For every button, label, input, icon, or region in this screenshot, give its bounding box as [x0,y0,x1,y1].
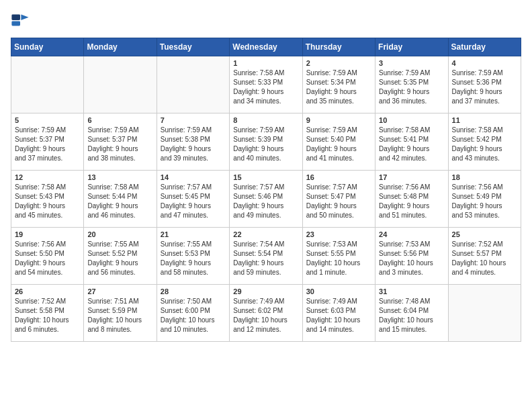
day-info: Sunrise: 7:59 AM Sunset: 5:38 PM Dayligh… [161,126,226,163]
calendar-cell [448,285,521,342]
calendar-cell: 5Sunrise: 7:59 AM Sunset: 5:37 PM Daylig… [11,113,84,171]
day-info: Sunrise: 7:57 AM Sunset: 5:47 PM Dayligh… [306,183,371,220]
day-number: 14 [161,173,226,181]
day-number: 31 [379,287,444,295]
calendar-cell: 26Sunrise: 7:52 AM Sunset: 5:58 PM Dayli… [11,285,84,342]
day-number: 11 [452,116,517,124]
day-number: 9 [306,116,371,124]
day-number: 26 [15,287,80,295]
day-info: Sunrise: 7:59 AM Sunset: 5:34 PM Dayligh… [306,68,371,106]
calendar-cell: 4Sunrise: 7:59 AM Sunset: 5:36 PM Daylig… [448,56,521,113]
day-info: Sunrise: 7:55 AM Sunset: 5:52 PM Dayligh… [87,240,152,277]
svg-marker-2 [21,15,28,20]
svg-rect-1 [11,21,20,26]
day-number: 10 [379,116,444,124]
week-row-4: 19Sunrise: 7:56 AM Sunset: 5:50 PM Dayli… [11,228,521,285]
calendar-cell: 14Sunrise: 7:57 AM Sunset: 5:45 PM Dayli… [157,171,229,228]
calendar-cell: 13Sunrise: 7:58 AM Sunset: 5:44 PM Dayli… [84,171,157,228]
calendar-cell: 29Sunrise: 7:49 AM Sunset: 6:02 PM Dayli… [230,285,302,342]
col-header-friday: Friday [375,38,448,56]
calendar-cell: 11Sunrise: 7:58 AM Sunset: 5:42 PM Dayli… [448,113,521,171]
day-number: 27 [87,287,152,295]
day-info: Sunrise: 7:54 AM Sunset: 5:54 PM Dayligh… [233,240,298,277]
calendar-cell: 31Sunrise: 7:48 AM Sunset: 6:04 PM Dayli… [375,285,448,342]
calendar-cell: 8Sunrise: 7:59 AM Sunset: 5:39 PM Daylig… [230,113,302,171]
day-info: Sunrise: 7:56 AM Sunset: 5:48 PM Dayligh… [379,183,444,220]
day-info: Sunrise: 7:49 AM Sunset: 6:02 PM Dayligh… [233,297,298,334]
day-info: Sunrise: 7:59 AM Sunset: 5:37 PM Dayligh… [87,126,152,163]
col-header-saturday: Saturday [448,38,521,56]
day-number: 25 [452,230,517,238]
day-info: Sunrise: 7:49 AM Sunset: 6:03 PM Dayligh… [306,297,371,334]
day-info: Sunrise: 7:56 AM Sunset: 5:50 PM Dayligh… [15,240,80,277]
week-row-3: 12Sunrise: 7:58 AM Sunset: 5:43 PM Dayli… [11,171,521,228]
day-info: Sunrise: 7:56 AM Sunset: 5:49 PM Dayligh… [452,183,517,220]
day-info: Sunrise: 7:58 AM Sunset: 5:42 PM Dayligh… [452,126,517,163]
day-info: Sunrise: 7:53 AM Sunset: 5:55 PM Dayligh… [306,240,371,277]
page-header [11,11,521,30]
calendar-cell: 6Sunrise: 7:59 AM Sunset: 5:37 PM Daylig… [84,113,157,171]
calendar-cell [157,56,229,113]
day-info: Sunrise: 7:59 AM Sunset: 5:35 PM Dayligh… [379,68,444,106]
day-info: Sunrise: 7:59 AM Sunset: 5:39 PM Dayligh… [233,126,298,163]
day-info: Sunrise: 7:58 AM Sunset: 5:41 PM Dayligh… [379,126,444,163]
day-info: Sunrise: 7:58 AM Sunset: 5:44 PM Dayligh… [87,183,152,220]
day-number: 6 [87,116,152,124]
day-info: Sunrise: 7:59 AM Sunset: 5:40 PM Dayligh… [306,126,371,163]
day-number: 13 [87,173,152,181]
calendar-cell: 7Sunrise: 7:59 AM Sunset: 5:38 PM Daylig… [157,113,229,171]
day-info: Sunrise: 7:53 AM Sunset: 5:56 PM Dayligh… [379,240,444,277]
week-row-5: 26Sunrise: 7:52 AM Sunset: 5:58 PM Dayli… [11,285,521,342]
calendar-cell: 12Sunrise: 7:58 AM Sunset: 5:43 PM Dayli… [11,171,84,228]
calendar-cell: 17Sunrise: 7:56 AM Sunset: 5:48 PM Dayli… [375,171,448,228]
calendar-cell: 10Sunrise: 7:58 AM Sunset: 5:41 PM Dayli… [375,113,448,171]
calendar-cell: 1Sunrise: 7:58 AM Sunset: 5:33 PM Daylig… [230,56,302,113]
logo [11,11,32,30]
calendar-cell: 16Sunrise: 7:57 AM Sunset: 5:47 PM Dayli… [302,171,375,228]
col-header-monday: Monday [84,38,157,56]
day-number: 4 [452,59,517,67]
day-number: 28 [161,287,226,295]
day-number: 30 [306,287,371,295]
calendar-cell [11,56,84,113]
calendar-cell [84,56,157,113]
day-number: 17 [379,173,444,181]
col-header-tuesday: Tuesday [157,38,229,56]
day-info: Sunrise: 7:59 AM Sunset: 5:36 PM Dayligh… [452,68,517,106]
calendar-cell: 2Sunrise: 7:59 AM Sunset: 5:34 PM Daylig… [302,56,375,113]
day-info: Sunrise: 7:52 AM Sunset: 5:58 PM Dayligh… [15,297,80,334]
day-number: 15 [233,173,298,181]
day-info: Sunrise: 7:48 AM Sunset: 6:04 PM Dayligh… [379,297,444,334]
calendar-cell: 27Sunrise: 7:51 AM Sunset: 5:59 PM Dayli… [84,285,157,342]
day-number: 1 [233,59,298,67]
col-header-thursday: Thursday [302,38,375,56]
day-number: 12 [15,173,80,181]
day-info: Sunrise: 7:58 AM Sunset: 5:33 PM Dayligh… [233,68,298,106]
day-number: 20 [87,230,152,238]
day-number: 23 [306,230,371,238]
day-number: 3 [379,59,444,67]
day-number: 18 [452,173,517,181]
calendar-cell: 21Sunrise: 7:55 AM Sunset: 5:53 PM Dayli… [157,228,229,285]
logo-icon [11,11,30,30]
day-number: 2 [306,59,371,67]
calendar-cell: 9Sunrise: 7:59 AM Sunset: 5:40 PM Daylig… [302,113,375,171]
calendar-cell: 30Sunrise: 7:49 AM Sunset: 6:03 PM Dayli… [302,285,375,342]
calendar-table: SundayMondayTuesdayWednesdayThursdayFrid… [11,38,521,342]
day-number: 8 [233,116,298,124]
calendar-cell: 28Sunrise: 7:50 AM Sunset: 6:00 PM Dayli… [157,285,229,342]
day-info: Sunrise: 7:57 AM Sunset: 5:45 PM Dayligh… [161,183,226,220]
day-number: 24 [379,230,444,238]
calendar-cell: 15Sunrise: 7:57 AM Sunset: 5:46 PM Dayli… [230,171,302,228]
day-number: 21 [161,230,226,238]
day-info: Sunrise: 7:52 AM Sunset: 5:57 PM Dayligh… [452,240,517,277]
day-number: 16 [306,173,371,181]
calendar-cell: 20Sunrise: 7:55 AM Sunset: 5:52 PM Dayli… [84,228,157,285]
calendar-cell: 25Sunrise: 7:52 AM Sunset: 5:57 PM Dayli… [448,228,521,285]
day-number: 29 [233,287,298,295]
day-number: 19 [15,230,80,238]
day-info: Sunrise: 7:55 AM Sunset: 5:53 PM Dayligh… [161,240,226,277]
day-info: Sunrise: 7:57 AM Sunset: 5:46 PM Dayligh… [233,183,298,220]
day-info: Sunrise: 7:59 AM Sunset: 5:37 PM Dayligh… [15,126,80,163]
day-info: Sunrise: 7:50 AM Sunset: 6:00 PM Dayligh… [161,297,226,334]
